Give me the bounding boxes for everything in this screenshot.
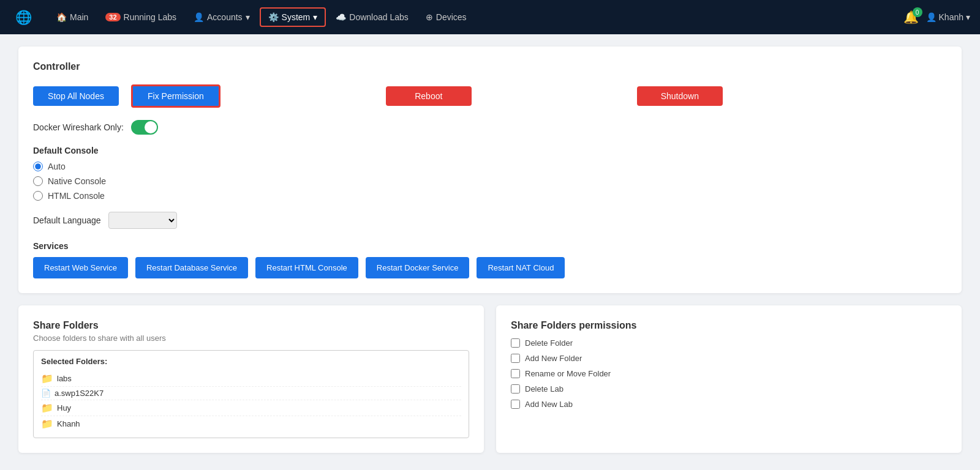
navbar: 🌐 🏠 Main 32 Running Labs 👤 Accounts ▾ ⚙️…: [0, 0, 980, 34]
nav-item-running-labs[interactable]: 32 Running Labs: [98, 9, 184, 26]
navbar-right: 🔔 0 👤 Khanh ▾: [903, 10, 970, 24]
share-permissions-card: Share Folders permissions Delete Folder …: [496, 305, 962, 453]
svg-text:🌐: 🌐: [15, 9, 32, 26]
folder-name: labs: [57, 374, 72, 383]
share-permissions-title: Share Folders permissions: [511, 320, 947, 331]
restart-web-service-button[interactable]: Restart Web Service: [33, 257, 128, 278]
folder-name: Huy: [57, 403, 71, 412]
share-folders-subtitle: Choose folders to share with all users: [33, 334, 469, 343]
download-icon: ☁️: [336, 12, 346, 22]
services-title: Services: [33, 241, 947, 251]
list-item: 📁 labs: [41, 371, 461, 387]
perm-rename-move-folder[interactable]: Rename or Move Folder: [511, 369, 947, 378]
folder-name: a.swp1S22K7: [55, 389, 104, 398]
bell-badge: 0: [913, 7, 922, 17]
selected-folders-label: Selected Folders:: [41, 357, 461, 366]
restart-database-service-button[interactable]: Restart Database Service: [135, 257, 248, 278]
reboot-button[interactable]: Reboot: [386, 86, 472, 106]
default-console-radio-group: Auto Native Console HTML Console: [33, 162, 947, 201]
controller-title: Controller: [33, 61, 947, 72]
services-row: Restart Web Service Restart Database Ser…: [33, 257, 947, 278]
selected-folders-box: Selected Folders: 📁 labs 📄 a.swp1S22K7 📁…: [33, 350, 469, 438]
console-auto-radio[interactable]: [33, 162, 43, 171]
perm-rename-folder-checkbox[interactable]: [511, 369, 520, 378]
system-chevron-icon: ▾: [313, 12, 317, 22]
folder-icon: 📁: [41, 402, 53, 414]
perm-delete-folder[interactable]: Delete Folder: [511, 338, 947, 348]
perm-add-lab-checkbox[interactable]: [511, 400, 520, 409]
language-select[interactable]: English Vietnamese: [108, 212, 177, 229]
folder-icon: 📁: [41, 418, 53, 430]
console-html-option[interactable]: HTML Console: [33, 191, 947, 201]
nav-item-main[interactable]: 🏠 Main: [49, 9, 96, 26]
action-buttons-row: Stop All Nodes Fix Permission Reboot Shu…: [33, 84, 947, 108]
default-language-row: Default Language English Vietnamese: [33, 212, 947, 229]
list-item: 📁 Khanh: [41, 416, 461, 431]
folder-name: Khanh: [57, 419, 80, 428]
list-item: 📄 a.swp1S22K7: [41, 387, 461, 400]
console-html-radio[interactable]: [33, 191, 43, 201]
docker-wireshark-row: Docker Wireshark Only:: [33, 120, 947, 135]
restart-html-console-button[interactable]: Restart HTML Console: [255, 257, 358, 278]
share-folders-card: Share Folders Choose folders to share wi…: [18, 305, 484, 453]
list-item: 📁 Huy: [41, 400, 461, 416]
default-language-label: Default Language: [33, 215, 101, 225]
nav-item-download-labs[interactable]: ☁️ Download Labs: [328, 9, 416, 26]
user-icon: 👤: [926, 12, 937, 22]
controller-card: Controller Stop All Nodes Fix Permission…: [18, 47, 962, 293]
running-labs-badge: 32: [105, 13, 120, 21]
folder-icon: 📁: [41, 373, 53, 384]
perm-delete-lab-checkbox[interactable]: [511, 384, 520, 394]
docker-wireshark-toggle[interactable]: [131, 120, 158, 135]
restart-nat-cloud-button[interactable]: Restart NAT Cloud: [477, 257, 565, 278]
nav-item-system[interactable]: ⚙️ System ▾: [260, 7, 326, 27]
bottom-grid: Share Folders Choose folders to share wi…: [18, 305, 962, 453]
perm-add-folder-checkbox[interactable]: [511, 354, 520, 363]
stop-all-nodes-button[interactable]: Stop All Nodes: [33, 86, 119, 106]
share-folders-title: Share Folders: [33, 320, 469, 331]
fix-permission-button[interactable]: Fix Permission: [131, 84, 221, 108]
devices-icon: ⊕: [426, 12, 433, 22]
home-icon: 🏠: [56, 12, 67, 22]
nav-item-devices[interactable]: ⊕ Devices: [418, 9, 474, 26]
main-content: Controller Stop All Nodes Fix Permission…: [0, 34, 980, 465]
perm-add-new-folder[interactable]: Add New Folder: [511, 354, 947, 363]
system-icon: ⚙️: [268, 12, 279, 22]
perm-delete-folder-checkbox[interactable]: [511, 338, 520, 348]
console-native-option[interactable]: Native Console: [33, 176, 947, 186]
console-auto-option[interactable]: Auto: [33, 162, 947, 171]
perm-delete-lab[interactable]: Delete Lab: [511, 384, 947, 394]
user-menu-button[interactable]: 👤 Khanh ▾: [926, 12, 970, 22]
accounts-icon: 👤: [194, 12, 204, 22]
default-console-title: Default Console: [33, 146, 947, 155]
nav-item-accounts[interactable]: 👤 Accounts ▾: [186, 9, 257, 26]
notification-bell-button[interactable]: 🔔 0: [903, 10, 919, 24]
perm-add-new-lab[interactable]: Add New Lab: [511, 400, 947, 409]
brand: 🌐: [10, 4, 37, 31]
console-native-radio[interactable]: [33, 176, 43, 186]
restart-docker-service-button[interactable]: Restart Docker Service: [366, 257, 470, 278]
logo-icon: 🌐: [10, 4, 37, 31]
shutdown-button[interactable]: Shutdown: [637, 86, 723, 106]
file-icon: 📄: [41, 389, 51, 398]
accounts-chevron-icon: ▾: [246, 12, 250, 22]
docker-wireshark-label: Docker Wireshark Only:: [33, 122, 124, 132]
user-chevron-icon: ▾: [966, 12, 970, 22]
